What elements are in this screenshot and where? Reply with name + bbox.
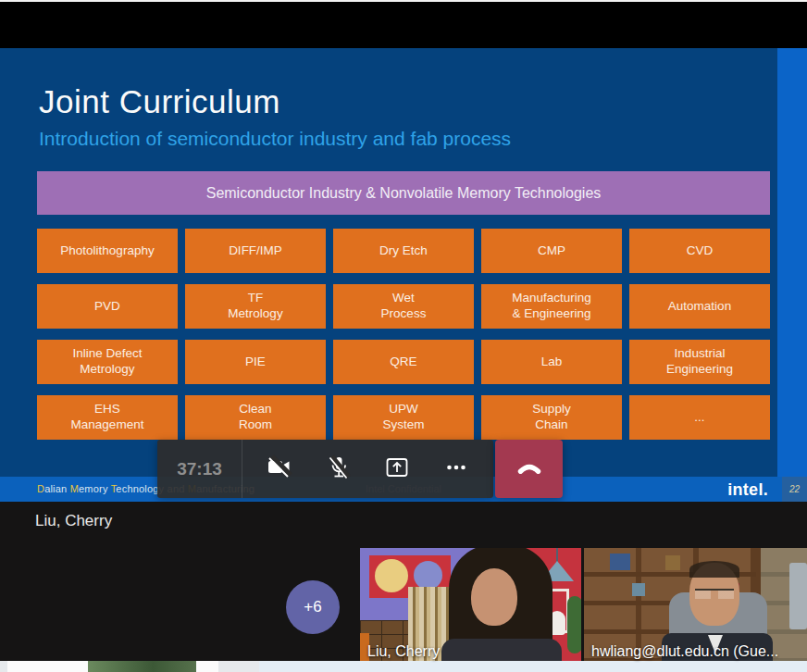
topic-cell: Clean Room — [185, 395, 326, 440]
topic-cell: Dry Etch — [333, 229, 474, 273]
more-options-icon — [441, 453, 471, 485]
meeting-window: Joint Curriculum Introduction of semicon… — [0, 0, 807, 672]
meeting-timer: 37:13 — [157, 440, 242, 498]
topic-cell: UPW System — [333, 395, 474, 440]
call-control-bar: 37:13 — [157, 440, 563, 498]
slide-subtitle: Introduction of semiconductor industry a… — [39, 128, 511, 150]
presenter-name-label: Liu, Cherry — [35, 512, 112, 530]
share-screen-button[interactable] — [377, 449, 417, 490]
intel-logo: intel. — [727, 478, 768, 503]
participant-tile-hwliang[interactable]: hwliang@dlut.edu.cn (Gue... — [584, 548, 807, 663]
camera-off-icon — [265, 453, 294, 485]
topic-cell: Manufacturing & Engineering — [481, 284, 622, 329]
topic-cell: TF Metrology — [185, 284, 326, 329]
share-screen-icon — [382, 453, 412, 485]
topic-cell: DIFF/IMP — [185, 229, 326, 273]
topic-cell: PVD — [37, 284, 178, 329]
topic-cell: Inline Defect Metrology — [37, 340, 178, 384]
topic-cell: Wet Process — [333, 284, 474, 329]
hang-up-icon — [514, 452, 545, 486]
background-window-strip — [0, 661, 807, 672]
slide-page-number: 22 — [782, 477, 807, 502]
topic-cell: Industrial Engineering — [629, 340, 770, 384]
more-options-button[interactable] — [436, 449, 477, 490]
topic-cell: Supply Chain — [481, 395, 622, 440]
camera-off-button[interactable] — [259, 449, 300, 490]
stage-area: Liu, Cherry +6 Liu, Cherry — [0, 502, 807, 661]
hang-up-button[interactable] — [495, 440, 563, 498]
topic-cell: Photolithography — [37, 229, 178, 273]
background-thumbnail — [88, 661, 196, 672]
participant-name: hwliang@dlut.edu.cn (Gue... — [591, 643, 778, 660]
topic-cell: ... — [629, 395, 770, 440]
top-black-bar — [0, 2, 807, 48]
slide-accent-strip — [777, 48, 807, 477]
topic-cell: Lab — [481, 340, 622, 384]
topic-cell: CVD — [629, 229, 770, 273]
topic-cell: PIE — [185, 340, 326, 384]
control-bar-body: 37:13 — [157, 440, 493, 498]
control-icons — [242, 440, 493, 498]
mic-off-icon — [324, 453, 354, 485]
participant-name: Liu, Cherry — [367, 643, 440, 660]
slide-banner: Semiconductor Industry & Nonvolatile Mem… — [37, 171, 770, 215]
topic-cell: CMP — [481, 229, 622, 273]
topic-cell: QRE — [333, 340, 474, 384]
overflow-participants-badge[interactable]: +6 — [286, 580, 340, 634]
topic-cell: EHS Management — [37, 395, 178, 440]
slide-title: Joint Curriculum — [39, 83, 280, 120]
topic-grid: Photolithography DIFF/IMP Dry Etch CMP C… — [37, 229, 777, 440]
shared-slide: Joint Curriculum Introduction of semicon… — [0, 48, 807, 502]
participant-tile-liu-cherry[interactable]: Liu, Cherry — [360, 548, 581, 663]
mic-off-button[interactable] — [318, 449, 359, 490]
topic-cell: Automation — [629, 284, 770, 329]
